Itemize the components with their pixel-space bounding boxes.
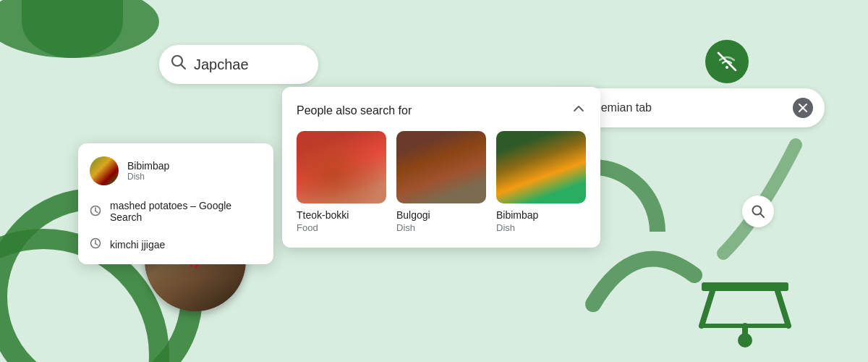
bulgogi-img-bg: [396, 131, 486, 203]
svg-line-9: [95, 244, 98, 245]
autocomplete-dropdown: Bibimbap Dish mashed potatoes – Google S…: [78, 143, 273, 264]
people-also-search-panel: People also search for Tteok-bokki Food …: [282, 87, 600, 248]
svg-line-3: [182, 65, 186, 70]
autocomplete-history-text-2: kimchi jjigae: [110, 239, 165, 251]
svg-line-20: [778, 291, 788, 326]
autocomplete-history-kimchi[interactable]: kimchi jjigae: [78, 230, 273, 258]
tteokbokki-img-bg: [297, 131, 386, 203]
autocomplete-history-text-1: mashed potatoes – Google Search: [110, 200, 262, 223]
tteokbokki-image: [297, 131, 386, 203]
autocomplete-item-sublabel: Dish: [127, 172, 169, 182]
search-circle-badge: [742, 195, 774, 227]
svg-line-19: [702, 291, 712, 326]
food-card-bulgogi[interactable]: Bulgogi Dish: [396, 131, 486, 233]
decor-blob-top: [22, 0, 123, 58]
food-cards-container: Tteok-bokki Food Bulgogi Dish Bibimbap D…: [297, 131, 586, 233]
bibimbap-img-bg: [496, 131, 586, 203]
autocomplete-item-bibimbap[interactable]: Bibimbap Dish: [78, 149, 273, 193]
bibimbap-image: [496, 131, 586, 203]
autocomplete-history-mashed[interactable]: mashed potatoes – Google Search: [78, 193, 273, 230]
bulgogi-category: Dish: [396, 222, 486, 233]
table-chair-illustration: [687, 261, 803, 348]
second-search-input[interactable]: [582, 101, 786, 114]
svg-point-23: [738, 333, 752, 348]
autocomplete-item-name: Bibimbap: [127, 160, 169, 172]
history-icon-2: [90, 237, 101, 251]
bulgogi-image: [396, 131, 486, 203]
bibimbap-category: Dish: [496, 222, 586, 233]
bibimbap-name: Bibimbap: [496, 209, 586, 221]
panel-header: People also search for: [297, 101, 586, 119]
food-card-bibimbap[interactable]: Bibimbap Dish: [496, 131, 586, 233]
svg-line-17: [760, 214, 764, 217]
tteokbokki-name: Tteok-bokki: [297, 209, 386, 221]
svg-point-1: [0, 0, 159, 58]
bulgogi-name: Bulgogi: [396, 209, 486, 221]
panel-title: People also search for: [297, 104, 412, 117]
main-search-input[interactable]: [194, 56, 295, 73]
clear-search-button[interactable]: [793, 98, 813, 118]
svg-line-6: [95, 211, 98, 212]
no-wifi-badge: [705, 40, 749, 83]
chevron-up-icon[interactable]: [571, 101, 586, 119]
search-icon: [171, 54, 187, 75]
history-icon-1: [90, 205, 101, 219]
tteokbokki-category: Food: [297, 222, 386, 233]
food-card-tteokbokki[interactable]: Tteok-bokki Food: [297, 131, 386, 233]
autocomplete-item-text-bibimbap: Bibimbap Dish: [127, 160, 169, 182]
svg-point-15: [726, 66, 728, 69]
main-search-bar[interactable]: [159, 45, 318, 84]
bibimbap-thumbnail: [90, 156, 119, 185]
